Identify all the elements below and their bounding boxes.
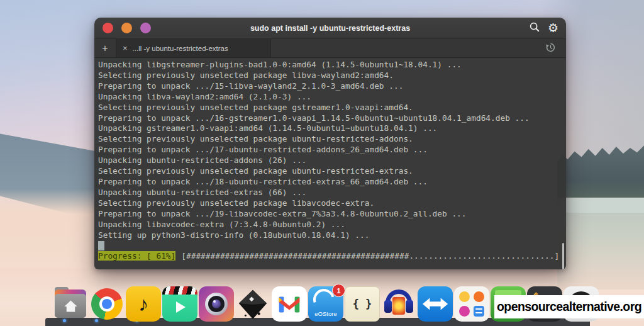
music-note-icon: ♪ bbox=[126, 286, 161, 322]
dock-item-app-launcher[interactable] bbox=[454, 286, 489, 322]
dock-item-videos[interactable] bbox=[162, 286, 197, 322]
terminal-output: Unpacking libgstreamer-plugins-bad1.0-0:… bbox=[94, 58, 566, 240]
desktop: sudo apt install -y ubuntu-restricted-ex… bbox=[0, 0, 644, 326]
minimize-button[interactable] bbox=[121, 23, 132, 33]
titlebar[interactable]: sudo apt install -y ubuntu-restricted-ex… bbox=[94, 18, 566, 39]
tab-active[interactable]: × ...ll -y ubuntu-restricted-extras bbox=[116, 39, 271, 57]
code-braces-icon: { } bbox=[345, 286, 380, 322]
dock-item-music[interactable]: ♪ bbox=[126, 286, 161, 322]
tab-title: ...ll -y ubuntu-restricted-extras bbox=[133, 45, 228, 52]
apt-progress-line: Progress: [ 61%][#######################… bbox=[94, 251, 566, 262]
new-tab-button[interactable]: + bbox=[94, 39, 116, 57]
window-controls bbox=[103, 23, 151, 33]
play-icon bbox=[176, 301, 186, 313]
app-store-label: eOStore bbox=[308, 310, 343, 317]
search-button[interactable] bbox=[529, 21, 540, 35]
terminal-cursor-line bbox=[94, 240, 566, 251]
dock-item-inkscape[interactable] bbox=[235, 286, 270, 322]
dock-item-teamviewer[interactable] bbox=[418, 286, 453, 322]
terminal-cursor bbox=[98, 241, 104, 250]
history-clock-icon bbox=[545, 42, 556, 55]
maximize-button[interactable] bbox=[140, 23, 151, 33]
teamviewer-arrows-icon bbox=[418, 286, 453, 322]
settings-button[interactable]: ⚙ bbox=[548, 22, 558, 34]
progress-bar: [#######################################… bbox=[181, 251, 559, 261]
app-launcher-icon bbox=[454, 286, 489, 322]
terminal-scrollbar[interactable] bbox=[562, 243, 564, 269]
dock-item-chrome[interactable] bbox=[89, 286, 125, 322]
dock-item-code-editor[interactable]: { } bbox=[345, 286, 380, 322]
gear-icon: ⚙ bbox=[548, 22, 558, 34]
video-player-icon bbox=[162, 286, 197, 322]
terminal-output-area[interactable]: Unpacking libgstreamer-plugins-bad1.0-0:… bbox=[94, 58, 566, 269]
tab-bar: + × ...ll -y ubuntu-restricted-extras bbox=[94, 39, 566, 58]
search-icon bbox=[529, 21, 540, 35]
close-button[interactable] bbox=[103, 23, 113, 33]
watermark-text: opensourcealternative.org bbox=[497, 300, 641, 314]
window-title: sudo apt install -y ubuntu-restricted-ex… bbox=[94, 24, 566, 33]
terminal-window: sudo apt install -y ubuntu-restricted-ex… bbox=[94, 18, 566, 269]
progress-label: Progress: [ 61%] bbox=[98, 251, 175, 261]
camera-icon bbox=[199, 286, 234, 322]
notification-badge: 1 bbox=[332, 284, 345, 297]
inkscape-diamond-icon bbox=[235, 286, 270, 322]
dock-item-camera[interactable] bbox=[199, 286, 234, 322]
dock-item-files[interactable] bbox=[53, 286, 88, 322]
tab-close-button[interactable]: × bbox=[123, 44, 128, 52]
clapperboard-stripes bbox=[162, 286, 197, 295]
dock-item-audacity[interactable] bbox=[381, 286, 416, 322]
watermark: opensourcealternative.org bbox=[494, 295, 644, 318]
dock-item-gmail[interactable] bbox=[272, 286, 307, 322]
history-button[interactable] bbox=[541, 39, 560, 57]
gmail-icon bbox=[272, 286, 307, 322]
dock-item-app-store[interactable]: eOStore 1 bbox=[308, 286, 343, 322]
home-folder-icon bbox=[55, 294, 86, 318]
